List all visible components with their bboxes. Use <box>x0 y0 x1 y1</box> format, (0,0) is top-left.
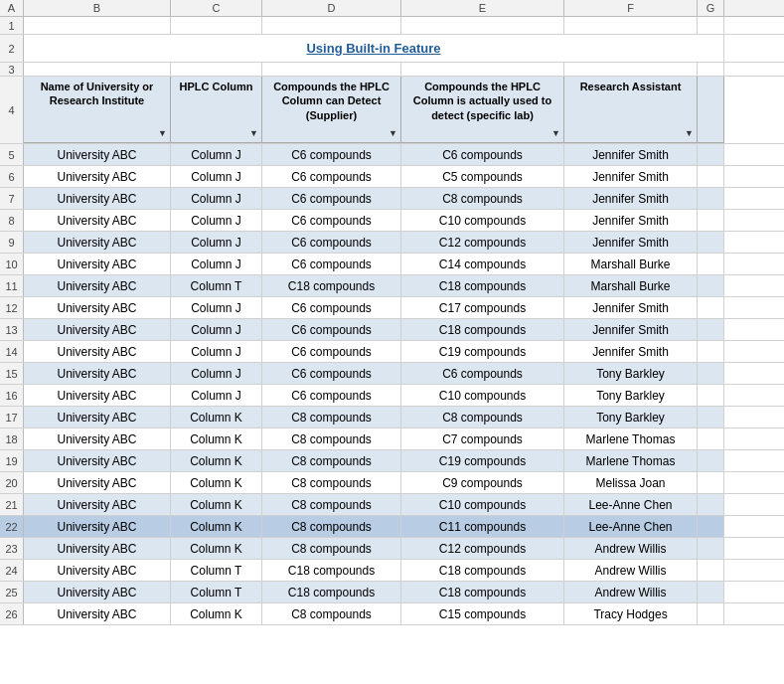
cell-f26[interactable]: Tracy Hodges <box>564 603 698 624</box>
cell-d25[interactable]: C18 compounds <box>262 582 401 602</box>
cell-e26[interactable]: C15 compounds <box>401 603 564 624</box>
header-university[interactable]: Name of University or Research Institute… <box>24 77 171 143</box>
cell-f11[interactable]: Marshall Burke <box>564 275 698 296</box>
cell-d12[interactable]: C6 compounds <box>262 297 401 318</box>
cell-c22[interactable]: Column K <box>171 516 262 537</box>
cell-e22[interactable]: C11 compounds <box>401 516 564 537</box>
cell-f15[interactable]: Tony Barkley <box>564 363 698 384</box>
filter-arrow-c[interactable]: ▼ <box>249 128 258 140</box>
cell-b19[interactable]: University ABC <box>24 450 171 471</box>
cell-b8[interactable]: University ABC <box>24 210 171 231</box>
cell-d7[interactable]: C6 compounds <box>262 188 401 209</box>
cell-b13[interactable]: University ABC <box>24 319 171 340</box>
cell-b3[interactable] <box>24 63 171 76</box>
cell-c8[interactable]: Column J <box>171 210 262 231</box>
cell-f25[interactable]: Andrew Willis <box>564 582 698 602</box>
cell-b22[interactable]: University ABC <box>24 516 171 537</box>
filter-arrow-f[interactable]: ▼ <box>685 128 694 140</box>
cell-e23[interactable]: C12 compounds <box>401 538 564 559</box>
cell-g22[interactable] <box>698 516 724 537</box>
cell-c19[interactable]: Column K <box>171 450 262 471</box>
cell-c21[interactable]: Column K <box>171 494 262 515</box>
cell-f3[interactable] <box>564 63 698 76</box>
cell-g11[interactable] <box>698 275 724 296</box>
cell-g26[interactable] <box>698 603 724 624</box>
cell-b14[interactable]: University ABC <box>24 341 171 362</box>
cell-d21[interactable]: C8 compounds <box>262 494 401 515</box>
cell-d23[interactable]: C8 compounds <box>262 538 401 559</box>
cell-c13[interactable]: Column J <box>171 319 262 340</box>
cell-c1[interactable] <box>171 17 262 34</box>
cell-d13[interactable]: C6 compounds <box>262 319 401 340</box>
cell-g16[interactable] <box>698 385 724 406</box>
cell-c23[interactable]: Column K <box>171 538 262 559</box>
cell-f18[interactable]: Marlene Thomas <box>564 428 698 449</box>
filter-arrow-d[interactable]: ▼ <box>389 128 397 140</box>
cell-f16[interactable]: Tony Barkley <box>564 385 698 406</box>
cell-d9[interactable]: C6 compounds <box>262 232 401 253</box>
cell-g24[interactable] <box>698 560 724 581</box>
cell-f7[interactable]: Jennifer Smith <box>564 188 698 209</box>
cell-b25[interactable]: University ABC <box>24 582 171 602</box>
cell-d5[interactable]: C6 compounds <box>262 144 401 165</box>
cell-g19[interactable] <box>698 450 724 471</box>
cell-c20[interactable]: Column K <box>171 472 262 493</box>
cell-g13[interactable] <box>698 319 724 340</box>
cell-c26[interactable]: Column K <box>171 603 262 624</box>
cell-g23[interactable] <box>698 538 724 559</box>
cell-e10[interactable]: C14 compounds <box>401 254 564 274</box>
cell-e21[interactable]: C10 compounds <box>401 494 564 515</box>
cell-b24[interactable]: University ABC <box>24 560 171 581</box>
cell-f9[interactable]: Jennifer Smith <box>564 232 698 253</box>
cell-g7[interactable] <box>698 188 724 209</box>
cell-g21[interactable] <box>698 494 724 515</box>
cell-b5[interactable]: University ABC <box>24 144 171 165</box>
cell-g15[interactable] <box>698 363 724 384</box>
cell-f1[interactable] <box>564 17 698 34</box>
cell-d3[interactable] <box>262 63 401 76</box>
cell-e16[interactable]: C10 compounds <box>401 385 564 406</box>
cell-g25[interactable] <box>698 582 724 602</box>
cell-d18[interactable]: C8 compounds <box>262 428 401 449</box>
cell-d1[interactable] <box>262 17 401 34</box>
cell-g3[interactable] <box>698 63 724 76</box>
cell-c12[interactable]: Column J <box>171 297 262 318</box>
cell-b21[interactable]: University ABC <box>24 494 171 515</box>
cell-d14[interactable]: C6 compounds <box>262 341 401 362</box>
header-actual[interactable]: Compounds the HPLC Column is actually us… <box>401 77 564 143</box>
cell-e13[interactable]: C18 compounds <box>401 319 564 340</box>
cell-c25[interactable]: Column T <box>171 582 262 602</box>
cell-e17[interactable]: C8 compounds <box>401 407 564 428</box>
cell-e15[interactable]: C6 compounds <box>401 363 564 384</box>
header-hplc[interactable]: HPLC Column ▼ <box>171 77 262 143</box>
cell-e14[interactable]: C19 compounds <box>401 341 564 362</box>
cell-g9[interactable] <box>698 232 724 253</box>
cell-f24[interactable]: Andrew Willis <box>564 560 698 581</box>
cell-f13[interactable]: Jennifer Smith <box>564 319 698 340</box>
cell-g5[interactable] <box>698 144 724 165</box>
cell-d22[interactable]: C8 compounds <box>262 516 401 537</box>
cell-c14[interactable]: Column J <box>171 341 262 362</box>
cell-g8[interactable] <box>698 210 724 231</box>
cell-f8[interactable]: Jennifer Smith <box>564 210 698 231</box>
cell-d11[interactable]: C18 compounds <box>262 275 401 296</box>
filter-arrow-b[interactable]: ▼ <box>158 128 167 140</box>
header-assistant[interactable]: Research Assistant ▼ <box>564 77 698 143</box>
cell-d26[interactable]: C8 compounds <box>262 603 401 624</box>
cell-d15[interactable]: C6 compounds <box>262 363 401 384</box>
cell-g6[interactable] <box>698 166 724 187</box>
cell-e9[interactable]: C12 compounds <box>401 232 564 253</box>
cell-e19[interactable]: C19 compounds <box>401 450 564 471</box>
cell-g1[interactable] <box>698 17 724 34</box>
cell-c5[interactable]: Column J <box>171 144 262 165</box>
cell-b6[interactable]: University ABC <box>24 166 171 187</box>
cell-d6[interactable]: C6 compounds <box>262 166 401 187</box>
cell-b9[interactable]: University ABC <box>24 232 171 253</box>
cell-b15[interactable]: University ABC <box>24 363 171 384</box>
cell-g18[interactable] <box>698 428 724 449</box>
cell-c11[interactable]: Column T <box>171 275 262 296</box>
cell-b12[interactable]: University ABC <box>24 297 171 318</box>
cell-f20[interactable]: Melissa Joan <box>564 472 698 493</box>
cell-f17[interactable]: Tony Barkley <box>564 407 698 428</box>
cell-e5[interactable]: C6 compounds <box>401 144 564 165</box>
